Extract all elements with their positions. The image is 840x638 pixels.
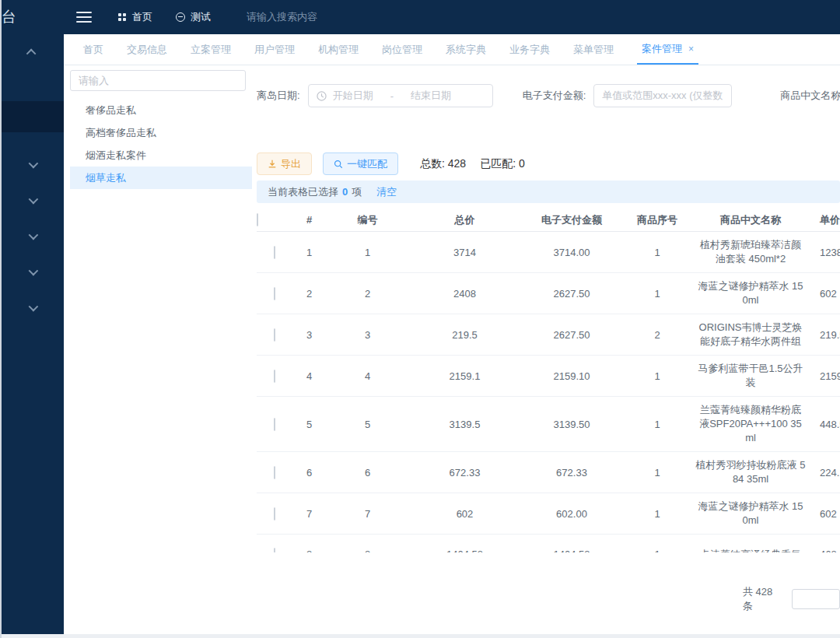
chevron-up-icon (26, 48, 36, 58)
cell-code: 2 (327, 288, 408, 300)
col-index: # (292, 214, 327, 226)
cell-code: 3 (327, 329, 408, 341)
chevron-down-icon (28, 301, 38, 311)
select-all-checkbox[interactable] (257, 213, 258, 226)
cell-unit: 224.11 (809, 467, 840, 478)
tab-item-1[interactable]: 交易信息 (127, 34, 167, 65)
sidebar-item-4[interactable] (0, 254, 64, 289)
cell-code: 4 (327, 370, 408, 382)
sidebar-item-5[interactable] (0, 289, 64, 325)
export-button-label: 导出 (281, 157, 301, 171)
cell-epay: 2627.50 (521, 329, 622, 341)
clear-selection-link[interactable]: 清空 (376, 185, 397, 199)
tab-item-2[interactable]: 立案管理 (191, 34, 231, 65)
row-checkbox[interactable] (274, 418, 275, 431)
table-row: 1137143714.001植村秀新琥珀臻萃洁颜油套装 450ml*21238 (257, 232, 840, 273)
filter-row: 离岛日期: 开始日期 - 结束日期 电子支付金额: 单值或范围xxx-xxx (… (257, 84, 840, 107)
date-range-input[interactable]: 开始日期 - 结束日期 (308, 84, 493, 107)
tree-search-input[interactable]: 请输入 (70, 70, 246, 91)
tab-item-0[interactable]: 首页 (83, 34, 103, 65)
row-checkbox[interactable] (274, 370, 275, 383)
global-search-input[interactable]: 请输入搜索内容 (247, 10, 317, 24)
total-count-text: 总数: 428 (420, 157, 466, 171)
sidebar-item-expanded[interactable] (0, 34, 64, 70)
row-checkbox[interactable] (274, 246, 275, 259)
cell-name: 卡诗菁纯亮泽经典香氛 (692, 542, 809, 553)
cell-idx: 8 (292, 549, 327, 552)
chevron-down-icon (28, 265, 38, 275)
cell-unit: 448.5 (809, 419, 840, 430)
tab-item-6[interactable]: 系统字典 (446, 34, 486, 65)
row-checkbox[interactable] (274, 328, 275, 342)
cell-idx: 2 (292, 288, 327, 300)
cell-total: 3714 (408, 247, 521, 258)
table-row: 2224082627.501海蓝之谜修护精萃水 150ml602 (257, 273, 840, 314)
cell-epay: 2627.50 (521, 288, 622, 300)
cell-unit: 602 (809, 508, 840, 520)
cell-total: 1404.58 (408, 549, 521, 552)
col-name: 商品中文名称 (692, 213, 809, 227)
pagination: 共 428 条 (743, 585, 840, 613)
sidebar-item-3[interactable] (0, 218, 64, 254)
payment-amount-input[interactable]: 单值或范围xxx-xxx (仅整数 (593, 84, 732, 107)
table-toolbar: 导出 一键匹配 总数: 428 已匹配: 0 (257, 152, 525, 175)
row-checkbox[interactable] (274, 548, 275, 552)
app-logo-text: 台 (2, 7, 76, 27)
page-size-select[interactable] (792, 589, 840, 609)
tab-item-4[interactable]: 机构管理 (318, 34, 359, 65)
row-checkbox[interactable] (274, 466, 275, 479)
tree-item-2[interactable]: 烟酒走私案件 (70, 144, 252, 167)
tree-item-3[interactable]: 烟草走私 (70, 167, 252, 189)
match-button-label: 一键匹配 (347, 157, 387, 171)
sidebar-item-1[interactable] (0, 146, 64, 182)
cell-seq: 2 (622, 329, 692, 341)
case-type-panel: 请输入 奢侈品走私高档奢侈品走私烟酒走私案件烟草走私 (70, 70, 252, 189)
content-area: 请输入 奢侈品走私高档奢侈品走私烟酒走私案件烟草走私 离岛日期: 开始日期 - … (64, 65, 840, 637)
cell-code: 1 (327, 247, 408, 258)
close-icon[interactable]: × (688, 44, 694, 54)
payment-filter-label: 电子支付金额: (523, 89, 586, 103)
cell-idx: 3 (292, 329, 327, 341)
tab-active[interactable]: 案件管理 × (637, 34, 698, 65)
cell-total: 602 (408, 508, 521, 520)
cell-seq: 1 (622, 288, 692, 300)
tree-item-1[interactable]: 高档奢侈品走私 (70, 121, 252, 144)
cell-unit: 468.19 (809, 549, 840, 552)
cell-idx: 1 (292, 247, 327, 258)
grid-icon (118, 13, 127, 22)
left-sidebar (0, 34, 64, 638)
hamburger-menu-icon[interactable] (76, 12, 92, 23)
cell-idx: 5 (292, 419, 327, 430)
tab-item-5[interactable]: 岗位管理 (382, 34, 422, 65)
nav-test[interactable]: 测试 (176, 10, 211, 24)
search-icon (334, 160, 343, 169)
export-button[interactable]: 导出 (257, 152, 312, 175)
row-checkbox[interactable] (274, 287, 275, 300)
clock-icon (317, 91, 327, 101)
sidebar-item-active[interactable] (0, 101, 64, 132)
cell-epay: 2159.10 (521, 370, 622, 382)
cell-seq: 1 (622, 549, 692, 552)
tab-item-8[interactable]: 菜单管理 (573, 34, 614, 65)
minus-circle-icon (176, 12, 185, 22)
matched-count-text: 已匹配: 0 (480, 157, 525, 171)
cell-name: 植村秀新琥珀臻萃洁颜油套装 450ml*2 (692, 232, 809, 272)
row-checkbox[interactable] (274, 507, 275, 521)
nav-home[interactable]: 首页 (118, 10, 152, 24)
one-click-match-button[interactable]: 一键匹配 (323, 152, 398, 175)
table-body: 1137143714.001植村秀新琥珀臻萃洁颜油套装 450ml*212382… (257, 232, 840, 552)
cell-total: 3139.5 (408, 419, 521, 430)
tree-item-0[interactable]: 奢侈品走私 (70, 99, 252, 121)
tab-item-7[interactable]: 业务字典 (509, 34, 550, 65)
main-area: 首页交易信息立案管理用户管理机构管理岗位管理系统字典业务字典菜单管理 案件管理 … (64, 34, 840, 638)
cell-epay: 3714.00 (521, 247, 622, 258)
cell-seq: 1 (622, 247, 692, 258)
cell-unit: 219.5 (809, 329, 840, 341)
tab-item-3[interactable]: 用户管理 (254, 34, 295, 65)
cell-unit: 1238 (809, 247, 840, 258)
cell-epay: 1404.58 (521, 549, 622, 552)
table-row: 77602602.001海蓝之谜修护精萃水 150ml602 (257, 493, 840, 535)
sidebar-item-2[interactable] (0, 182, 64, 218)
cell-epay: 672.33 (521, 467, 622, 478)
cell-unit: 602 (809, 288, 840, 300)
